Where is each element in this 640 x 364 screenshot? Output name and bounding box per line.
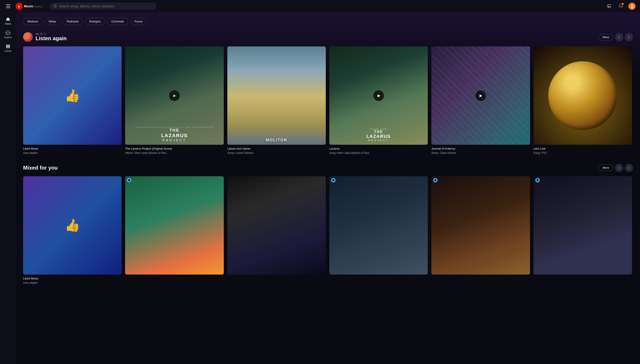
card-orange-mix[interactable] bbox=[125, 176, 224, 285]
card-thumb-liked: 👍 bbox=[23, 46, 122, 145]
card-liked-mix[interactable]: 👍 Liked Music Auto playlist bbox=[23, 176, 122, 285]
card-subtitle: Album • Ben Lukas Boysen & Paul… bbox=[125, 151, 224, 155]
card-liked-music[interactable]: 👍 Liked Music Auto playlist bbox=[23, 46, 122, 155]
main-content: Workout Relax Podcasts Energize Commute … bbox=[16, 12, 640, 364]
sidebar-item-label: Library bbox=[5, 50, 12, 52]
search-input[interactable] bbox=[59, 4, 152, 8]
card-badge bbox=[433, 178, 438, 182]
card-subtitle: Song • Class Actress bbox=[431, 151, 530, 155]
section-title: Listen again bbox=[36, 35, 595, 42]
svg-point-13 bbox=[536, 179, 538, 181]
mixed-for-you-cards: 👍 Liked Music Auto playlist bbox=[23, 176, 633, 285]
card-thumb-blue bbox=[329, 176, 428, 274]
thumbs-up-icon: 👍 bbox=[65, 88, 80, 103]
listen-again-cards: 👍 Liked Music Auto playlist ORIGINAL SCO… bbox=[23, 46, 633, 155]
section-title-block: AB N. LI Listen again bbox=[36, 33, 595, 42]
listen-again-next-button[interactable]: › bbox=[625, 33, 633, 41]
card-darkband-mix[interactable] bbox=[227, 176, 326, 285]
card-title: Journal of Ardency bbox=[431, 147, 530, 151]
mixed-more-button[interactable]: More bbox=[598, 164, 613, 171]
library-icon bbox=[6, 44, 11, 49]
card-group-mix[interactable] bbox=[534, 176, 632, 285]
chip-focus[interactable]: Focus bbox=[130, 18, 147, 25]
card-badge bbox=[331, 178, 336, 182]
card-subtitle-liked-mix: Auto playlist bbox=[23, 281, 122, 285]
search-bar bbox=[50, 3, 156, 10]
card-thumb-orange bbox=[125, 176, 224, 274]
mixed-section-title: Mixed for you bbox=[23, 165, 595, 171]
section-header-mixed: Mixed for you More ‹ › bbox=[23, 164, 633, 172]
section-title-block-mixed: Mixed for you bbox=[23, 165, 595, 171]
home-icon bbox=[6, 17, 11, 22]
card-title: Liked Music bbox=[23, 147, 122, 151]
cast-button[interactable] bbox=[605, 2, 613, 10]
card-badge bbox=[535, 178, 540, 182]
sidebar-item-home[interactable]: Home bbox=[0, 14, 16, 28]
card-title: Lazarus bbox=[329, 147, 428, 151]
sidebar-item-label: Explore bbox=[4, 36, 12, 38]
listen-again-section: AB N. LI Listen again More ‹ › 👍 Liked M… bbox=[23, 32, 633, 155]
chip-podcasts[interactable]: Podcasts bbox=[62, 18, 83, 25]
sidebar-item-explore[interactable]: Explore bbox=[0, 28, 16, 41]
svg-rect-2 bbox=[607, 7, 608, 8]
logo[interactable]: Music MUSIC bbox=[16, 3, 43, 10]
card-journal-ardency[interactable]: Journal of Ardency Song • Class Actress bbox=[431, 46, 530, 155]
svg-rect-9 bbox=[9, 44, 10, 48]
mood-chips: Workout Relax Podcasts Energize Commute … bbox=[23, 18, 633, 25]
mixed-prev-button[interactable]: ‹ bbox=[615, 164, 623, 172]
svg-point-4 bbox=[631, 5, 633, 6]
topnav: Music MUSIC bbox=[0, 0, 640, 12]
card-title: Let's Live bbox=[534, 147, 632, 151]
sidebar-item-label: Home bbox=[5, 23, 11, 25]
card-lets-live[interactable]: Let's Live Song • FKJ bbox=[534, 46, 632, 155]
card-lazarus-song[interactable]: ORIGINAL SCORE THE LAZARUS PROJECT Lazar… bbox=[329, 46, 428, 155]
card-thumb-group bbox=[534, 176, 632, 274]
listen-again-more-button[interactable]: More bbox=[598, 34, 613, 40]
card-lazarus-score[interactable]: ORIGINAL SCORE BY BEN LUKAS BOYSEN & PAU… bbox=[125, 46, 224, 155]
listen-again-prev-button[interactable]: ‹ bbox=[615, 33, 623, 41]
section-header-listen-again: AB N. LI Listen again More ‹ › bbox=[23, 32, 633, 42]
svg-rect-3 bbox=[608, 4, 611, 7]
card-thumb-letslive bbox=[534, 46, 632, 145]
hamburger-menu[interactable] bbox=[5, 3, 12, 10]
section-controls: More ‹ › bbox=[598, 33, 633, 41]
chip-energize[interactable]: Energize bbox=[85, 18, 105, 25]
card-thumb-lazarus: ORIGINAL SCORE BY BEN LUKAS BOYSEN & PAU… bbox=[125, 46, 224, 145]
topnav-right bbox=[605, 2, 635, 10]
sidebar: Home Explore Library bbox=[0, 12, 16, 364]
card-title: Laisse-moi t'aimer bbox=[227, 147, 326, 151]
card-blue-mix[interactable] bbox=[329, 176, 428, 285]
sidebar-item-library[interactable]: Library bbox=[0, 41, 16, 55]
chip-workout[interactable]: Workout bbox=[23, 18, 42, 25]
card-warm-mix[interactable] bbox=[431, 176, 530, 285]
card-thumb-molitor: MOLITOR bbox=[227, 46, 326, 145]
chip-commute[interactable]: Commute bbox=[107, 18, 128, 25]
section-avatar bbox=[23, 32, 33, 42]
lazarus-text-overlay: ORIGINAL SCORE BY BEN LUKAS BOYSEN & PAU… bbox=[125, 46, 224, 145]
notification-button[interactable] bbox=[617, 2, 625, 10]
card-thumb-lazarus2: ORIGINAL SCORE THE LAZARUS PROJECT bbox=[329, 46, 428, 145]
svg-rect-8 bbox=[8, 44, 9, 48]
svg-point-10 bbox=[128, 179, 130, 181]
card-thumb-liked-mix: 👍 bbox=[23, 176, 122, 274]
card-subtitle: Song • FKJ bbox=[534, 151, 632, 155]
card-badge bbox=[127, 178, 131, 182]
explore-icon bbox=[6, 30, 11, 35]
section-subtitle: AB N. LI bbox=[36, 33, 595, 35]
user-avatar-button[interactable] bbox=[628, 3, 635, 10]
search-icon bbox=[53, 4, 57, 8]
svg-point-12 bbox=[435, 179, 436, 181]
section-controls-mixed: More ‹ › bbox=[598, 164, 633, 172]
card-subtitle: Song • Laurie Darmon bbox=[227, 151, 326, 155]
mixed-next-button[interactable]: › bbox=[625, 164, 633, 172]
thumbs-up-icon: 👍 bbox=[65, 218, 80, 232]
yt-logo-icon bbox=[16, 3, 23, 10]
card-laisse-moi[interactable]: MOLITOR Laisse-moi t'aimer Song • Laurie… bbox=[227, 46, 326, 155]
svg-line-1 bbox=[56, 7, 57, 8]
card-title: The Lazarus Project (Original Score) bbox=[125, 147, 224, 151]
card-subtitle: Song • Ben Lukas Boysen & Paul… bbox=[329, 151, 428, 155]
card-subtitle: Auto playlist bbox=[23, 151, 122, 155]
chip-relax[interactable]: Relax bbox=[45, 18, 60, 25]
svg-point-11 bbox=[332, 179, 334, 181]
logo-text: Music MUSIC bbox=[24, 4, 43, 8]
